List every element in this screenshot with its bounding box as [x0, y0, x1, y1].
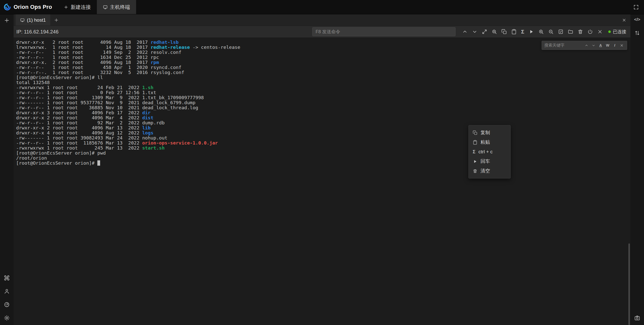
terminal-scrollbar[interactable] [628, 243, 630, 325]
add-tab-button[interactable] [54, 18, 59, 23]
terminal-line: drwxr-xr-x 3 root root 4096 Feb 17 2022 … [16, 110, 240, 115]
context-menu-item[interactable]: 清空 [469, 166, 510, 176]
context-menu-label: 复制 [480, 129, 490, 136]
copy-icon[interactable] [501, 29, 507, 34]
plus-icon[interactable] [4, 17, 10, 23]
code-icon[interactable]: </> [634, 17, 640, 22]
context-menu-item[interactable]: Σctrl + c [469, 147, 510, 157]
fullscreen-icon[interactable] [633, 4, 639, 10]
terminal-line: total 132548 [16, 80, 240, 85]
chevron-up-icon[interactable] [462, 29, 468, 34]
checkbox-icon[interactable] [558, 29, 564, 34]
context-menu: 复制粘贴Σctrl + c回车清空 [468, 125, 511, 178]
whole-word-icon[interactable]: W [605, 42, 611, 48]
context-menu-item[interactable]: 回车 [469, 157, 510, 166]
sigma-icon: Σ [473, 150, 475, 154]
terminal-toolbar: IP: 116.62.194.246 Σ 已连接 [14, 26, 630, 38]
camera-icon[interactable] [634, 315, 640, 321]
terminal-line: drwxr-xr-x 4 root root 4096 Aug 12 2022 … [16, 130, 240, 135]
trash-icon[interactable] [578, 29, 583, 34]
search-input[interactable] [544, 43, 583, 48]
zoom-out-icon[interactable] [548, 29, 554, 34]
terminal-line: drwxr-xr-x 2 root root 4096 Mar 4 2022 d… [16, 115, 240, 120]
right-sidebar-top: </> [634, 14, 640, 36]
app: Orion Ops Pro 新建连接主机终端 (1) host1 IP: 116… [0, 0, 644, 325]
chevron-down-icon[interactable] [590, 42, 597, 48]
terminal-line: drwxr-xr-x 2 root root 4096 Mar 13 2022 … [16, 125, 240, 130]
sigma-icon[interactable]: Σ [521, 29, 524, 34]
terminal-icon [103, 5, 108, 10]
context-menu-label: ctrl + c [478, 149, 493, 155]
close-icon[interactable] [597, 29, 603, 34]
gear-icon[interactable] [4, 315, 10, 321]
tab-label: (1) host1 [27, 17, 46, 23]
search-panel: AWI [542, 41, 627, 50]
power-icon[interactable] [587, 29, 593, 34]
terminal-line: -rw-r--r-- 1 root root 1185676 Mar 13 20… [16, 140, 240, 146]
terminal-line: -rwxrwxrwx 1 root root 24 Feb 21 2022 1.… [16, 85, 240, 90]
terminal-line: -rw-r--r-- 1 root root 1634 Dec 25 2012 … [16, 55, 240, 60]
terminal-line: -rw------- 1 root root 39082493 Mar 24 2… [16, 135, 240, 140]
paste-icon[interactable] [511, 29, 517, 34]
terminal-line: [root@OrionEcsServer orion]# pwd [16, 151, 240, 156]
terminal-line: -rw-r--r--. 1 root root 3232 Nov 5 2016 … [16, 70, 240, 75]
plus-icon [64, 5, 68, 10]
terminal-line: lrwxrwxrwx. 1 root root 14 Aug 18 2017 r… [16, 45, 240, 50]
left-sidebar [0, 14, 14, 325]
chevron-down-icon[interactable] [472, 29, 477, 34]
command-icon[interactable] [4, 275, 10, 281]
app-logo-icon [4, 3, 11, 11]
close-icon[interactable] [619, 42, 625, 48]
body: (1) host1 IP: 116.62.194.246 Σ 已连接 drwxr… [0, 14, 644, 325]
topbar: Orion Ops Pro 新建连接主机终端 [0, 0, 644, 14]
terminal-line: -rw-r--r-- 1 root root 0 Feb 27 12:56 1.… [16, 90, 240, 95]
user-icon[interactable] [4, 288, 10, 294]
play-icon[interactable] [529, 29, 534, 34]
terminal-line: [root@OrionEcsServer orion]# [16, 161, 240, 166]
swap-vertical-icon[interactable] [634, 30, 640, 36]
terminal[interactable]: drwxr-xr-x 2 root root 4096 Aug 18 2017 … [14, 38, 630, 325]
trash-icon [473, 169, 477, 173]
tabbar: (1) host1 [14, 14, 630, 26]
top-menu-item[interactable]: 新建连接 [58, 0, 97, 14]
right-sidebar: </> [630, 14, 644, 325]
zoom-in-icon[interactable] [538, 29, 544, 34]
terminal-line: -rw-r--r-- 1 root root 36885 Nov 10 2021… [16, 105, 240, 110]
context-menu-label: 清空 [480, 168, 490, 174]
terminal-line: -rwxrwxrwx 1 root root 245 Mar 13 2022 s… [16, 146, 240, 151]
main: (1) host1 IP: 116.62.194.246 Σ 已连接 drwxr… [14, 14, 630, 325]
left-sidebar-bottom [4, 275, 10, 325]
app-title: Orion Ops Pro [14, 4, 52, 10]
context-menu-item[interactable]: 粘贴 [469, 137, 510, 147]
context-menu-label: 回车 [480, 158, 490, 165]
top-menu-label: 主机终端 [110, 4, 130, 11]
top-menu: 新建连接主机终端 [58, 0, 136, 14]
terminal-line: -rw-r--r-- 1 root root 92 Mar 2 2022 dum… [16, 120, 240, 125]
send-command-input[interactable] [312, 27, 456, 36]
play-icon [473, 159, 477, 164]
terminal-line: [root@OrionEcsServer orion]# ll [16, 75, 240, 80]
top-menu-item[interactable]: 主机终端 [97, 0, 136, 14]
terminal-line: drwxr-xr-x 2 root root 4096 Aug 18 2017 … [16, 40, 240, 45]
tabs: (1) host1 [16, 14, 50, 26]
gauge-icon[interactable] [4, 302, 10, 308]
search-file-icon[interactable] [492, 29, 497, 34]
terminal-line: drwxr-xr-x. 2 root root 4096 Aug 18 2017… [16, 60, 240, 65]
brand: Orion Ops Pro [0, 3, 58, 11]
ip-address: IP: 116.62.194.246 [16, 29, 59, 35]
top-menu-label: 新建连接 [71, 4, 91, 11]
context-menu-item[interactable]: 复制 [469, 128, 510, 137]
close-terminal-icon[interactable] [622, 18, 626, 22]
folder-icon[interactable] [568, 29, 573, 34]
paste-icon [473, 140, 477, 145]
status-dot-icon [608, 30, 611, 33]
regex-icon[interactable]: I [612, 42, 618, 48]
match-case-icon[interactable]: A [597, 42, 604, 48]
search-buttons: AWI [583, 42, 625, 48]
terminal-line: /root/orion [16, 156, 240, 161]
right-sidebar-bottom [634, 315, 640, 325]
expand-icon[interactable] [482, 29, 487, 34]
terminal-tab[interactable]: (1) host1 [16, 14, 50, 26]
chevron-up-icon[interactable] [583, 42, 590, 48]
terminal-line: -rw------- 1 root root 95377762 Nov 9 20… [16, 100, 240, 105]
